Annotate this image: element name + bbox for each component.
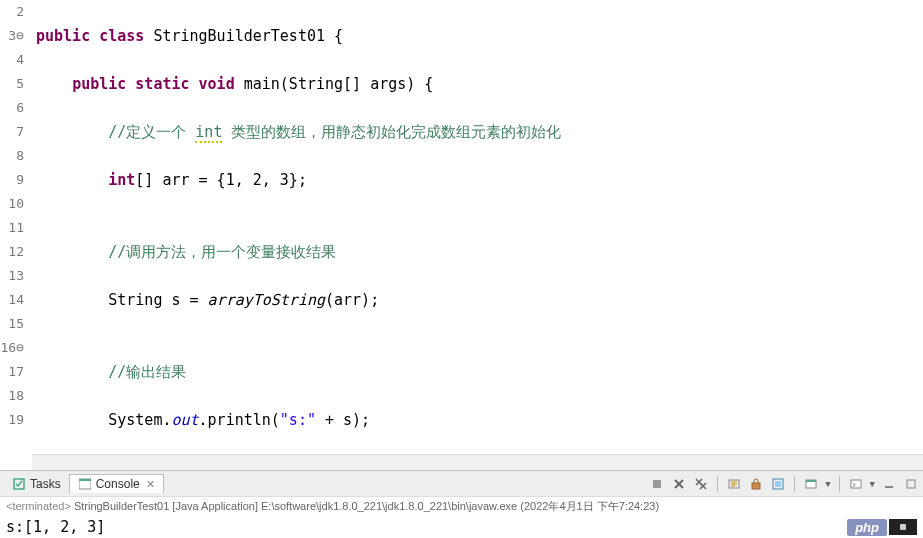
- horizontal-scrollbar[interactable]: [32, 454, 923, 470]
- fold-marker-icon[interactable]: ⊖: [16, 28, 24, 43]
- minimize-button[interactable]: [881, 476, 897, 492]
- line-number: 3⊖: [0, 24, 24, 48]
- svg-rect-7: [775, 481, 781, 487]
- line-number: 13: [0, 264, 24, 288]
- line-number: 4: [0, 48, 24, 72]
- line-number: 16⊖: [0, 336, 24, 360]
- line-number: 5: [0, 72, 24, 96]
- tab-tasks[interactable]: Tasks: [4, 475, 69, 493]
- code-line: int[] arr = {1, 2, 3};: [36, 168, 923, 192]
- line-number: 7: [0, 120, 24, 144]
- code-line: System.out.println("s:" + s);: [36, 408, 923, 432]
- svg-rect-12: [907, 480, 915, 488]
- display-selected-button[interactable]: [803, 476, 819, 492]
- line-number: 19: [0, 408, 24, 432]
- pin-console-button[interactable]: [770, 476, 786, 492]
- clear-console-button[interactable]: [726, 476, 742, 492]
- line-number: 9: [0, 168, 24, 192]
- code-line: //调用方法，用一个变量接收结果: [36, 240, 923, 264]
- tab-label: Tasks: [30, 477, 61, 491]
- code-editor[interactable]: 2 3⊖ 4 5 6 7 8 9 10 11 12 13 14 15 16⊖ 1…: [0, 0, 923, 454]
- launch-config-label: StringBuilderTest01 [Java Application] E…: [71, 500, 659, 512]
- terminate-button[interactable]: [649, 476, 665, 492]
- code-line: //输出结果: [36, 360, 923, 384]
- code-line: public class StringBuilderTest01 {: [36, 24, 923, 48]
- console-output[interactable]: s:[1, 2, 3] php: [0, 516, 923, 538]
- line-number: 17: [0, 360, 24, 384]
- dropdown-icon[interactable]: ▼: [825, 479, 830, 489]
- code-content[interactable]: public class StringBuilderTest01 { publi…: [32, 0, 923, 454]
- scroll-lock-button[interactable]: [748, 476, 764, 492]
- fold-marker-icon[interactable]: ⊖: [16, 340, 24, 355]
- code-line: String s = arrayToString(arr);: [36, 288, 923, 312]
- code-line: //定义一个 int 类型的数组，用静态初始化完成数组元素的初始化: [36, 120, 923, 144]
- line-number: 15: [0, 312, 24, 336]
- separator: [794, 476, 795, 492]
- separator: [717, 476, 718, 492]
- svg-rect-5: [752, 483, 760, 489]
- line-number: 12: [0, 240, 24, 264]
- line-number: 2: [0, 0, 24, 24]
- line-number: 14: [0, 288, 24, 312]
- maximize-button[interactable]: [903, 476, 919, 492]
- svg-rect-10: [851, 480, 861, 488]
- svg-rect-11: [885, 486, 893, 488]
- console-icon: [78, 477, 92, 491]
- line-number-gutter: 2 3⊖ 4 5 6 7 8 9 10 11 12 13 14 15 16⊖ 1…: [0, 0, 32, 454]
- svg-rect-3: [653, 480, 661, 488]
- remove-launch-button[interactable]: [671, 476, 687, 492]
- separator: [839, 476, 840, 492]
- tabs-row: Tasks Console ✕ ▼ ▼: [0, 471, 923, 496]
- tasks-icon: [12, 477, 26, 491]
- console-status-line: <terminated> StringBuilderTest01 [Java A…: [0, 496, 923, 516]
- watermark-badge: [889, 519, 917, 535]
- code-line: public static void main(String[] args) {: [36, 72, 923, 96]
- line-number: 10: [0, 192, 24, 216]
- console-toolbar: ▼ ▼: [649, 476, 919, 492]
- tab-console[interactable]: Console ✕: [69, 474, 164, 493]
- svg-rect-2: [79, 479, 91, 481]
- php-badge: php: [847, 519, 887, 536]
- terminated-label: <terminated>: [6, 500, 71, 512]
- tab-label: Console: [96, 477, 140, 491]
- line-number: 8: [0, 144, 24, 168]
- remove-all-button[interactable]: [693, 476, 709, 492]
- open-console-button[interactable]: [848, 476, 864, 492]
- dropdown-icon[interactable]: ▼: [870, 479, 875, 489]
- console-output-text: s:[1, 2, 3]: [6, 518, 847, 536]
- line-number: 6: [0, 96, 24, 120]
- line-number: 18: [0, 384, 24, 408]
- svg-rect-9: [806, 480, 816, 482]
- bottom-panel: Tasks Console ✕ ▼ ▼ <terminated> StringB…: [0, 470, 923, 538]
- line-number: 11: [0, 216, 24, 240]
- close-icon[interactable]: ✕: [146, 478, 155, 491]
